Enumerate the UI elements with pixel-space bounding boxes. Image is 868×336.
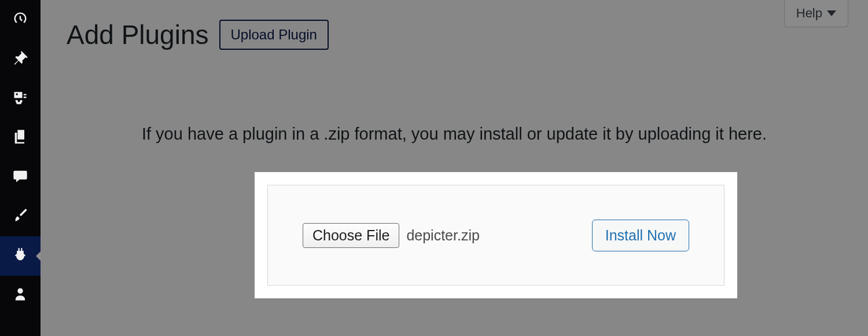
plugin-icon (12, 247, 28, 265)
heading-row: Add Plugins Upload Plugin (41, 0, 868, 70)
admin-sidebar (0, 0, 41, 336)
help-tab[interactable]: Help (784, 0, 848, 27)
content-area: Help Add Plugins Upload Plugin If you ha… (41, 0, 868, 336)
upload-instruction-text: If you have a plugin in a .zip format, y… (41, 125, 868, 144)
page-title: Add Plugins (67, 19, 209, 50)
sidebar-item-users[interactable] (0, 276, 41, 315)
sidebar-item-media[interactable] (0, 79, 41, 118)
sidebar-item-dashboard[interactable] (0, 0, 41, 39)
upload-panel: Choose File depicter.zip Install Now (255, 172, 737, 298)
chevron-down-icon (827, 10, 836, 16)
dashboard-icon (12, 10, 28, 29)
upload-form: Choose File depicter.zip Install Now (267, 185, 724, 286)
media-icon (12, 89, 28, 108)
sidebar-item-pages[interactable] (0, 118, 41, 158)
sidebar-item-posts[interactable] (0, 39, 41, 79)
selected-file-name: depicter.zip (406, 227, 479, 244)
file-input-group: Choose File depicter.zip (303, 223, 480, 248)
sidebar-item-appearance[interactable] (0, 197, 41, 236)
comment-icon (12, 168, 28, 187)
help-label: Help (796, 6, 822, 21)
brush-icon (12, 207, 28, 226)
sidebar-item-plugins[interactable] (0, 236, 41, 276)
pages-icon (12, 129, 28, 147)
upload-plugin-button[interactable]: Upload Plugin (219, 20, 329, 50)
choose-file-button[interactable]: Choose File (303, 223, 399, 248)
install-now-button[interactable]: Install Now (592, 220, 689, 251)
sidebar-item-comments[interactable] (0, 158, 41, 197)
user-icon (12, 286, 28, 305)
pin-icon (12, 50, 28, 68)
